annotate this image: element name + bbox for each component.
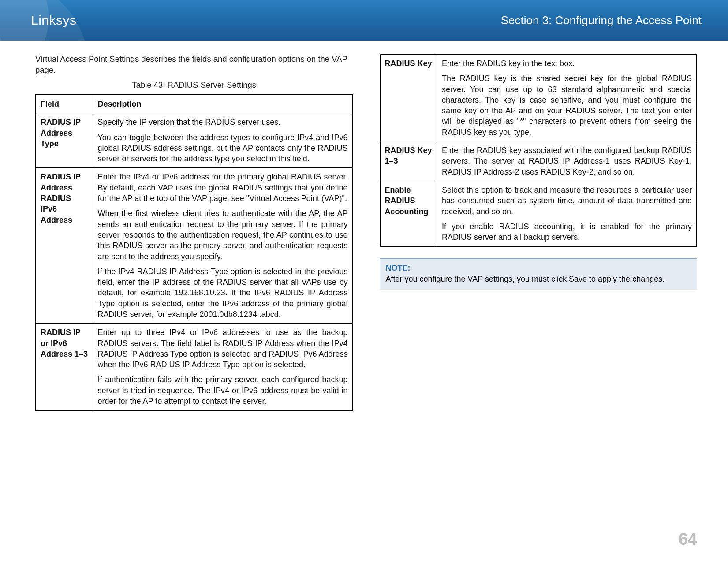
desc-cell: Enter the IPv4 or IPv6 address for the p… bbox=[93, 168, 353, 324]
desc-para: If authentication fails with the primary… bbox=[98, 374, 348, 406]
desc-para: Enter up to three IPv4 or IPv6 addresses… bbox=[98, 327, 348, 370]
field-cell: RADIUS IP Address RADIUS IPv6 Address bbox=[36, 168, 93, 324]
desc-para: Select this option to track and measure … bbox=[442, 185, 692, 217]
page-body: Virtual Access Point Settings describes … bbox=[0, 41, 728, 411]
desc-para: Enter the RADIUS key associated with the… bbox=[442, 145, 692, 177]
intro-text: Virtual Access Point Settings describes … bbox=[35, 54, 353, 76]
table-row: RADIUS IP Address Type Specify the IP ve… bbox=[36, 113, 353, 168]
table-row: Enable RADIUS Accounting Select this opt… bbox=[380, 181, 697, 246]
desc-cell: Specify the IP version that the RADIUS s… bbox=[93, 113, 353, 168]
table-header-row: Field Description bbox=[36, 95, 353, 113]
desc-cell: Enter the RADIUS key in the text box. Th… bbox=[437, 54, 697, 141]
field-cell: RADIUS Key 1–3 bbox=[380, 141, 437, 181]
note-callout: NOTE: After you configure the VAP settin… bbox=[380, 258, 698, 290]
section-title: Section 3: Configuring the Access Point bbox=[501, 14, 702, 27]
radius-settings-table-left: Field Description RADIUS IP Address Type… bbox=[35, 94, 353, 411]
note-text: After you configure the VAP settings, yo… bbox=[386, 274, 691, 284]
desc-cell: Select this option to track and measure … bbox=[437, 181, 697, 246]
table-row: RADIUS IP or IPv6 Address 1–3 Enter up t… bbox=[36, 324, 353, 411]
table-row: RADIUS Key 1–3 Enter the RADIUS key asso… bbox=[380, 141, 697, 181]
desc-cell: Enter the RADIUS key associated with the… bbox=[437, 141, 697, 181]
page-number: 64 bbox=[679, 530, 697, 549]
table-caption: Table 43: RADIUS Server Settings bbox=[35, 80, 353, 90]
col-header-description: Description bbox=[93, 95, 353, 113]
desc-para: If the IPv4 RADIUS IP Address Type optio… bbox=[98, 266, 348, 320]
desc-cell: Enter up to three IPv4 or IPv6 addresses… bbox=[93, 324, 353, 411]
field-cell: Enable RADIUS Accounting bbox=[380, 181, 437, 246]
desc-para: The RADIUS key is the shared secret key … bbox=[442, 73, 692, 138]
table-row: RADIUS IP Address RADIUS IPv6 Address En… bbox=[36, 168, 353, 324]
col-header-field: Field bbox=[36, 95, 93, 113]
desc-para: If you enable RADIUS accounting, it is e… bbox=[442, 221, 692, 243]
field-cell: RADIUS IP Address Type bbox=[36, 113, 93, 168]
brand-name: Linksys bbox=[31, 13, 77, 28]
right-column: RADIUS Key Enter the RADIUS key in the t… bbox=[380, 54, 698, 411]
desc-para: Specify the IP version that the RADIUS s… bbox=[98, 117, 348, 127]
desc-para: Enter the RADIUS key in the text box. bbox=[442, 58, 692, 69]
desc-para: You can toggle between the address types… bbox=[98, 132, 348, 164]
page-header: Linksys Section 3: Configuring the Acces… bbox=[0, 0, 728, 41]
desc-para: When the first wireless client tries to … bbox=[98, 208, 348, 261]
field-cell: RADIUS Key bbox=[380, 54, 437, 141]
table-row: RADIUS Key Enter the RADIUS key in the t… bbox=[380, 54, 697, 141]
note-label: NOTE: bbox=[386, 263, 691, 273]
desc-para: Enter the IPv4 or IPv6 address for the p… bbox=[98, 171, 348, 204]
radius-settings-table-right: RADIUS Key Enter the RADIUS key in the t… bbox=[380, 54, 698, 247]
left-column: Virtual Access Point Settings describes … bbox=[35, 54, 353, 411]
field-cell: RADIUS IP or IPv6 Address 1–3 bbox=[36, 324, 93, 411]
